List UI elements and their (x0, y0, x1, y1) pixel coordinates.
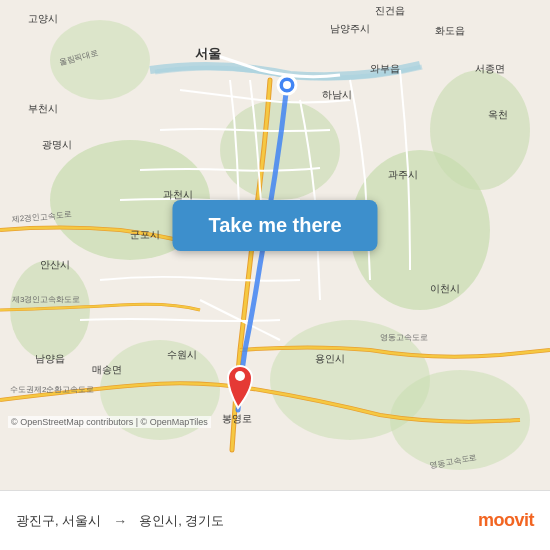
svg-text:봉영로: 봉영로 (222, 413, 252, 424)
svg-text:고양시: 고양시 (28, 13, 58, 24)
svg-text:안산시: 안산시 (40, 259, 70, 270)
svg-text:부천시: 부천시 (28, 103, 58, 114)
svg-text:군포시: 군포시 (130, 229, 160, 240)
route-destination: 용인시, 경기도 (139, 512, 224, 530)
svg-text:와부읍: 와부읍 (370, 63, 400, 74)
svg-text:용인시: 용인시 (315, 353, 345, 364)
take-me-there-button[interactable]: Take me there (172, 200, 377, 251)
svg-text:남양읍: 남양읍 (35, 353, 65, 364)
svg-text:화도읍: 화도읍 (435, 25, 465, 36)
svg-point-39 (235, 371, 245, 381)
svg-text:과천시: 과천시 (163, 189, 193, 200)
svg-text:진건읍: 진건읍 (375, 5, 405, 16)
svg-text:남양주시: 남양주시 (330, 23, 370, 34)
svg-text:광명시: 광명시 (42, 139, 72, 150)
moovit-brand-name: moovit (478, 510, 534, 531)
svg-text:수원시: 수원시 (167, 349, 197, 360)
moovit-logo: moovit (478, 510, 534, 531)
svg-text:과주시: 과주시 (388, 169, 418, 180)
svg-text:하남시: 하남시 (322, 89, 352, 100)
map-copyright: © OpenStreetMap contributors | © OpenMap… (8, 416, 211, 428)
svg-text:매송면: 매송면 (92, 364, 122, 375)
bottom-bar: 광진구, 서울시 → 용인시, 경기도 moovit (0, 490, 550, 550)
svg-point-4 (430, 70, 530, 190)
route-origin: 광진구, 서울시 (16, 512, 101, 530)
svg-text:영동고속도로: 영동고속도로 (380, 333, 428, 342)
svg-text:이천시: 이천시 (430, 283, 460, 294)
map-container: 서울 고양시 부천시 광명시 안산시 남양읍 군포시 과천시 수원시 용인시 하… (0, 0, 550, 490)
svg-point-38 (283, 81, 291, 89)
svg-text:제3경인고속화도로: 제3경인고속화도로 (12, 295, 80, 304)
svg-text:수도권제2순환고속도로: 수도권제2순환고속도로 (10, 385, 94, 394)
svg-text:옥천: 옥천 (488, 109, 508, 120)
svg-text:서종면: 서종면 (475, 63, 505, 74)
route-arrow-icon: → (113, 513, 127, 529)
svg-text:서울: 서울 (195, 46, 221, 61)
